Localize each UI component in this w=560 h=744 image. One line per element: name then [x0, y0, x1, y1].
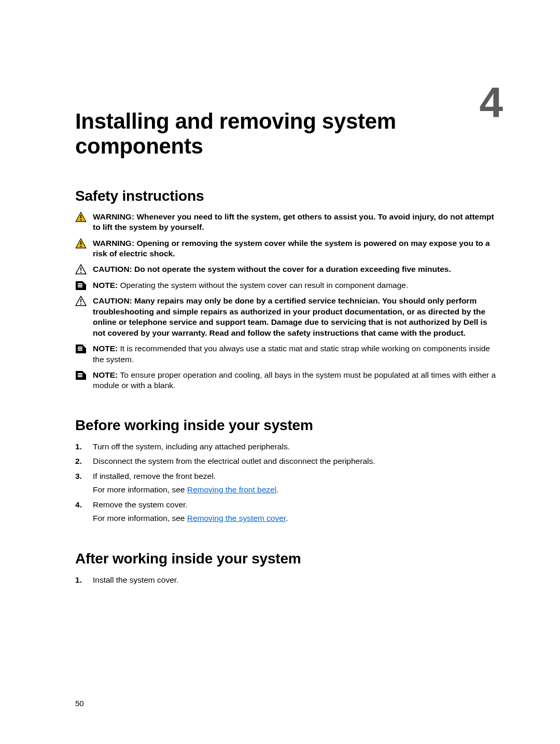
callout-lead: CAUTION:	[93, 296, 134, 305]
step-text: If installed, remove the front bezel.	[93, 472, 216, 480]
callout-body: It is recommended that you always use a …	[93, 344, 490, 363]
callout-body: Opening or removing the system cover whi…	[93, 239, 490, 258]
step-item: Install the system cover.	[75, 574, 500, 586]
page-title: Installing and removing system component…	[75, 109, 500, 159]
callout-lead: WARNING:	[93, 212, 136, 221]
note-icon	[75, 280, 87, 291]
step-link[interactable]: Removing the system cover	[187, 514, 286, 522]
step-link[interactable]: Removing the front bezel	[187, 485, 276, 494]
step-item: If installed, remove the front bezel.For…	[75, 471, 500, 496]
callout-note: NOTE: It is recommended that you always …	[75, 343, 500, 365]
callout-lead: NOTE:	[93, 344, 120, 353]
step-text: Install the system cover.	[93, 575, 178, 584]
callout-lead: WARNING:	[93, 239, 136, 247]
heading-after: After working inside your system	[75, 550, 500, 567]
step-item: Remove the system cover.For more informa…	[75, 499, 500, 525]
heading-before: Before working inside your system	[75, 417, 500, 434]
note-icon	[75, 370, 87, 391]
callout-body: Operating the system without the system …	[120, 281, 409, 290]
callout-note: NOTE: To ensure proper operation and coo…	[75, 370, 500, 391]
step-text: Turn off the system, including any attac…	[93, 442, 290, 451]
step-sub-suffix: .	[286, 514, 288, 522]
callout-lead: CAUTION:	[93, 265, 134, 273]
caution-icon	[75, 296, 87, 338]
svg-point-5	[80, 272, 81, 273]
step-sub-prefix: For more information, see	[93, 485, 187, 494]
page-number: 50	[75, 699, 84, 708]
caution-icon	[75, 264, 87, 274]
note-icon	[75, 343, 87, 365]
step-sub-prefix: For more information, see	[93, 514, 187, 522]
callout-caution: CAUTION: Do not operate the system witho…	[75, 264, 500, 274]
step-text: Remove the system cover.	[93, 500, 188, 509]
callout-body: Whenever you need to lift the system, ge…	[93, 212, 494, 231]
callout-warning: WARNING: Opening or removing the system …	[75, 238, 500, 259]
chapter-number: 4	[479, 78, 503, 127]
svg-point-1	[80, 219, 81, 220]
callout-note: NOTE: Operating the system without the s…	[75, 280, 500, 291]
callout-caution: CAUTION: Many repairs may only be done b…	[75, 296, 500, 338]
callout-warning: WARNING: Whenever you need to lift the s…	[75, 212, 500, 233]
callout-lead: NOTE:	[93, 370, 120, 379]
step-item: Disconnect the system from the electrica…	[75, 456, 500, 467]
step-text: Disconnect the system from the electrica…	[93, 457, 375, 465]
callout-body: Do not operate the system without the co…	[134, 265, 451, 273]
callout-body: To ensure proper operation and cooling, …	[93, 370, 496, 390]
step-item: Turn off the system, including any attac…	[75, 441, 500, 452]
svg-point-3	[80, 245, 81, 246]
callout-body: Many repairs may only be done by a certi…	[93, 296, 487, 337]
warning-icon	[75, 212, 87, 233]
warning-icon	[75, 238, 87, 259]
heading-safety: Safety instructions	[75, 188, 500, 204]
step-sub-suffix: .	[276, 485, 278, 494]
callout-lead: NOTE:	[93, 281, 120, 290]
svg-point-7	[80, 304, 81, 305]
